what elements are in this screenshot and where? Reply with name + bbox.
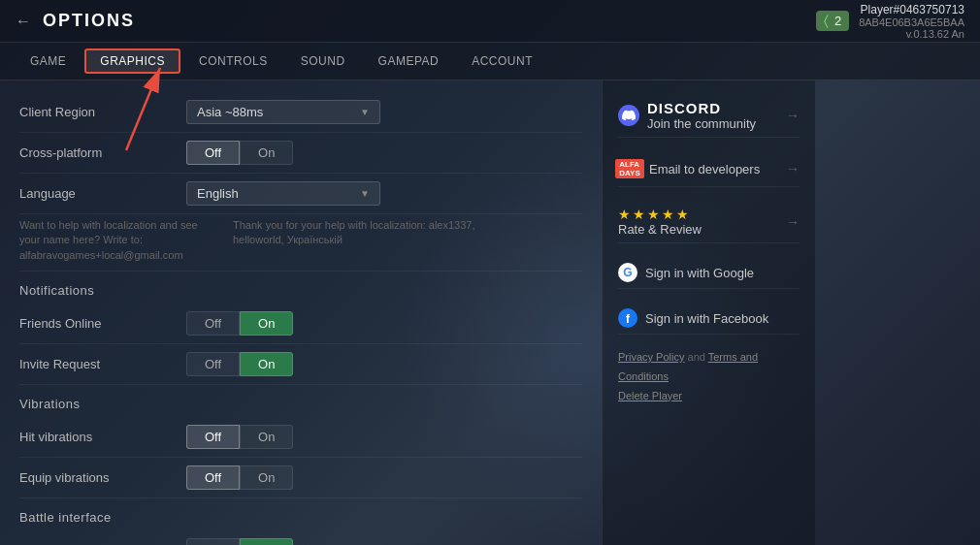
currency-badge: 〈 2 (816, 11, 849, 31)
discord-item[interactable]: DISCORD Join the community → (618, 94, 800, 138)
equip-vibrations-on-button[interactable]: On (240, 465, 293, 490)
friends-online-row: Friends Online Off On (19, 304, 582, 344)
tab-account[interactable]: ACCOUNT (457, 49, 547, 73)
main-layout: Client Region Asia ~88ms ▼ Cross-platfor… (0, 80, 980, 545)
discord-join-label: Join the community (647, 116, 756, 131)
delete-player-link[interactable]: Delete Player (618, 390, 682, 401)
back-icon: ← (16, 13, 31, 30)
google-signin-item[interactable]: G Sign in with Google (618, 257, 800, 289)
tabs-bar: GAME GRAPHICS CONTROLS SOUND GAMEPAD ACC… (0, 43, 980, 80)
localization-help-left: Want to help with localization and see y… (19, 218, 213, 263)
player-id: 8AB4E06B3A6E5BAA (859, 16, 964, 28)
stars-icon: ★★★★★ (618, 207, 702, 222)
email-developers-left: ALFADAYS Email to developers (618, 157, 760, 180)
language-label: Language (19, 186, 175, 201)
invite-request-control: Off On (186, 352, 582, 376)
rate-review-label: Rate & Review (618, 222, 702, 237)
cross-platform-row: Cross-platform Off On (19, 133, 582, 174)
and-text: and (688, 351, 708, 363)
back-button[interactable]: ← (16, 13, 31, 30)
google-signin-left: G Sign in with Google (618, 263, 754, 282)
battle-interface-section-title: Battle interface (19, 498, 582, 530)
equip-vibrations-label: Equip vibrations (19, 470, 175, 485)
language-dropdown[interactable]: English ▼ (186, 181, 380, 206)
facebook-signin-item[interactable]: f Sign in with Facebook (618, 303, 800, 335)
invite-request-on-button[interactable]: On (240, 352, 293, 376)
hit-vibrations-label: Hit vibrations (19, 430, 175, 444)
page-title: OPTIONS (43, 11, 135, 31)
player-info: Player#0463750713 8AB4E06B3A6E5BAA v.0.1… (859, 3, 964, 40)
email-developers-item[interactable]: ALFADAYS Email to developers → (618, 151, 800, 187)
chevron-down-icon: ▼ (360, 188, 370, 199)
hit-vibrations-on-button[interactable]: On (240, 425, 293, 449)
language-row: Language English ▼ (19, 174, 582, 214)
currency-icon: 〈 (824, 13, 829, 29)
localization-help-right: Thank you for your help with localizatio… (233, 218, 485, 263)
privacy-policy-link[interactable]: Privacy Policy (618, 351, 684, 363)
invite-request-off-button[interactable]: Off (186, 352, 240, 376)
discord-arrow-icon: → (786, 108, 800, 123)
email-arrow-icon: → (786, 161, 800, 176)
cross-platform-on-button[interactable]: On (240, 141, 293, 165)
friends-online-off-button[interactable]: Off (186, 311, 240, 336)
header: ← OPTIONS 〈 2 Player#0463750713 8AB4E06B… (0, 0, 980, 43)
rate-review-left: ★★★★★ Rate & Review (618, 207, 702, 237)
tab-game[interactable]: GAME (16, 49, 81, 73)
chevron-down-icon: ▼ (360, 107, 370, 117)
friends-online-label: Friends Online (19, 316, 175, 331)
tab-controls[interactable]: CONTROLS (184, 49, 282, 73)
google-icon: G (618, 263, 637, 282)
notifications-section-title: Notifications (19, 272, 582, 304)
header-left: ← OPTIONS (16, 11, 135, 31)
currency-value: 2 (834, 14, 841, 28)
client-region-value: Asia ~88ms (197, 105, 263, 119)
discord-icon (618, 105, 639, 126)
player-name: Player#0463750713 (859, 3, 964, 16)
header-right: 〈 2 Player#0463750713 8AB4E06B3A6E5BAA v… (816, 3, 964, 40)
legal-links: Privacy Policy and Terms and Conditions … (618, 348, 800, 405)
cross-platform-label: Cross-platform (19, 145, 175, 160)
client-region-control: Asia ~88ms ▼ (186, 100, 582, 124)
tab-gamepad[interactable]: GAMEPAD (364, 49, 454, 73)
vibrations-section-title: Vibrations (19, 385, 582, 417)
facebook-icon: f (618, 308, 637, 328)
equip-vibrations-control: Off On (186, 465, 582, 490)
tab-sound[interactable]: SOUND (286, 49, 360, 73)
player-version: v.0.13.62 An (859, 28, 964, 40)
facebook-signin-left: f Sign in with Facebook (618, 308, 768, 328)
hit-vibrations-row: Hit vibrations Off On (19, 417, 582, 458)
right-sidebar: DISCORD Join the community → ALFADAYS Em… (602, 80, 815, 545)
friends-online-on-button[interactable]: On (240, 311, 293, 336)
invite-request-label: Invite Request (19, 357, 175, 371)
localization-info: Want to help with localization and see y… (19, 214, 582, 272)
invite-request-row: Invite Request Off On (19, 344, 582, 385)
show-kill-report-off-button[interactable]: Off (186, 538, 240, 545)
rate-arrow-icon: → (786, 214, 800, 230)
language-value: English (197, 186, 239, 201)
tab-graphics[interactable]: GRAPHICS (84, 48, 180, 74)
discord-title: DISCORD (647, 100, 756, 116)
client-region-dropdown[interactable]: Asia ~88ms ▼ (186, 100, 380, 124)
email-developers-label: Email to developers (649, 162, 760, 176)
language-control: English ▼ (186, 181, 582, 206)
hit-vibrations-control: Off On (186, 425, 582, 449)
rate-review-item[interactable]: ★★★★★ Rate & Review → (618, 201, 800, 243)
client-region-row: Client Region Asia ~88ms ▼ (19, 92, 582, 133)
facebook-signin-label: Sign in with Facebook (645, 311, 768, 326)
show-kill-report-control: Off On (186, 538, 582, 545)
friends-online-control: Off On (186, 311, 582, 336)
google-signin-label: Sign in with Google (645, 266, 754, 280)
show-kill-report-row: Show Kill Report Off On (19, 530, 582, 545)
alfa-badge-icon: ALFADAYS (618, 157, 641, 180)
cross-platform-off-button[interactable]: Off (186, 141, 240, 165)
discord-item-left: DISCORD Join the community (618, 100, 756, 131)
settings-panel: Client Region Asia ~88ms ▼ Cross-platfor… (0, 80, 602, 545)
hit-vibrations-off-button[interactable]: Off (186, 425, 240, 449)
equip-vibrations-off-button[interactable]: Off (186, 465, 240, 490)
equip-vibrations-row: Equip vibrations Off On (19, 458, 582, 498)
show-kill-report-on-button[interactable]: On (240, 538, 293, 545)
cross-platform-control: Off On (186, 141, 582, 165)
client-region-label: Client Region (19, 105, 175, 119)
